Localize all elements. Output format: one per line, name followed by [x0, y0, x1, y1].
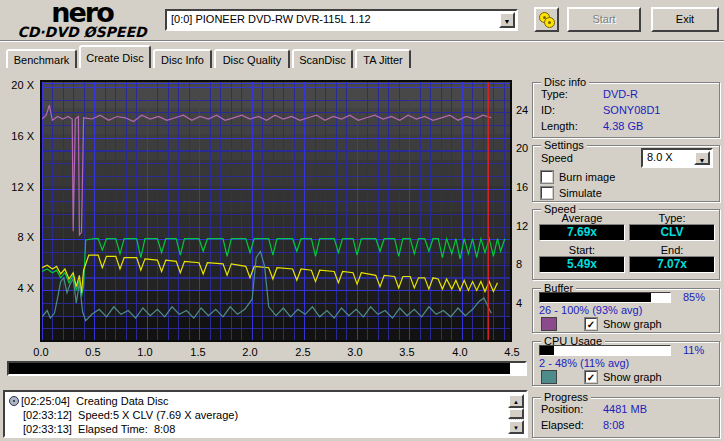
- end-speed-lcd: 7.07x: [629, 256, 715, 273]
- log-text: Elapsed Time: 8:08: [78, 423, 175, 435]
- end-label: End:: [629, 244, 715, 256]
- tab-create-disc[interactable]: Create Disc: [79, 45, 151, 68]
- log-text: Creating Data Disc: [76, 395, 168, 407]
- toolbar-divider: [0, 40, 724, 42]
- elapsed-value: 8:08: [603, 419, 624, 431]
- log-timestamp: [02:25:04]: [21, 394, 70, 408]
- y-axis-tick-left: 20 X: [0, 79, 34, 91]
- buffer-group: Buffer 85% 26 - 100% (93% avg) ✓ Show gr…: [532, 288, 720, 333]
- disc-type-label: Type:: [541, 88, 568, 100]
- start-label: Start:: [539, 244, 625, 256]
- write-progress-fill: [9, 363, 510, 374]
- cpu-usage-group: CPU Usage 11% 2 - 48% (11% avg) ✓ Show g…: [532, 341, 720, 386]
- position-label: Position:: [541, 403, 583, 415]
- series-write-speed: [42, 239, 505, 297]
- start-speed-lcd: 5.49x: [539, 256, 625, 273]
- disc-id-label: ID:: [541, 104, 555, 116]
- log-text: Speed:5 X CLV (7.69 X average): [78, 409, 238, 421]
- tab-ta-jitter[interactable]: TA Jitter: [355, 49, 411, 68]
- cpu-show-graph-checkbox[interactable]: ✓: [585, 371, 597, 383]
- cpu-range: 2 - 48% (11% avg): [539, 357, 629, 369]
- log-line: [02:25:04] Creating Data Disc: [9, 394, 506, 408]
- exit-button[interactable]: Exit: [651, 7, 719, 32]
- log-scrollbar[interactable]: ▲ ▼: [508, 394, 524, 434]
- disc-info-group: Disc info Type: DVD-R ID: SONY08D1 Lengt…: [532, 82, 720, 138]
- simulate-checkbox[interactable]: [541, 187, 553, 199]
- cpu-color-swatch: [541, 370, 557, 384]
- discs-button[interactable]: [534, 7, 559, 32]
- burn-image-checkbox[interactable]: [541, 171, 553, 183]
- disc-id-value: SONY08D1: [603, 104, 660, 116]
- disc-icon: [544, 17, 555, 28]
- speed-label: Speed: [541, 152, 573, 164]
- y-axis-tick-left: 4 X: [0, 282, 34, 294]
- buffer-meter: [539, 292, 671, 303]
- x-axis-tick: 0.0: [27, 346, 55, 358]
- elapsed-label: Elapsed:: [541, 419, 584, 431]
- buffer-percent: 85%: [683, 291, 705, 303]
- buffer-color-swatch: [541, 317, 557, 331]
- log-line: [02:33:13] Elapsed Time: 8:08: [9, 422, 506, 436]
- x-axis-tick: 2.0: [236, 346, 264, 358]
- speed-select-value: 8.0 X: [647, 151, 673, 163]
- x-axis-tick: 4.5: [498, 346, 526, 358]
- y-axis-tick-left: 12 X: [0, 181, 34, 193]
- speed-select[interactable]: 8.0 X ▼: [641, 148, 713, 168]
- series-cpu-usage: [42, 251, 491, 320]
- disc-length-value: 4.38 GB: [603, 120, 643, 132]
- burn-speed-graph: [40, 80, 512, 342]
- start-button[interactable]: Start: [567, 7, 641, 32]
- scroll-down-icon[interactable]: ▼: [508, 420, 524, 434]
- average-label: Average: [539, 212, 625, 224]
- burn-image-label: Burn image: [559, 171, 615, 183]
- cpu-show-graph-label: Show graph: [603, 371, 662, 383]
- drive-select[interactable]: [0:0] PIONEER DVD-RW DVR-115L 1.12 ▼: [165, 9, 518, 31]
- x-axis-tick: 3.5: [393, 346, 421, 358]
- settings-group: Settings Speed 8.0 X ▼ Burn image Simula…: [532, 145, 720, 202]
- chevron-down-icon[interactable]: ▼: [694, 151, 710, 165]
- log-line: [02:33:12] Speed:5 X CLV (7.69 X average…: [9, 408, 506, 422]
- nero-logo-text: nero: [6, 1, 158, 25]
- disc-type-value: DVD-R: [603, 88, 638, 100]
- disc-icon: [9, 396, 19, 406]
- graph-series: [42, 82, 510, 340]
- cpu-percent: 11%: [683, 344, 704, 356]
- scroll-up-icon[interactable]: ▲: [508, 394, 524, 408]
- y-axis-tick-left: 16 X: [0, 130, 34, 142]
- log-timestamp: [02:33:13]: [23, 422, 72, 436]
- speed-type-lcd: CLV: [629, 224, 715, 241]
- simulate-label: Simulate: [559, 187, 602, 199]
- tab-disc-quality[interactable]: Disc Quality: [214, 49, 290, 68]
- progress-group: Progress Position: 4481 MB Elapsed: 8:08: [532, 397, 720, 438]
- status-log[interactable]: [02:25:04] Creating Data Disc [02:33:12]…: [3, 390, 528, 438]
- nero-logo: nero CD·DVD ØSPEED: [6, 1, 158, 39]
- type-label: Type:: [629, 212, 715, 224]
- x-axis-tick: 1.0: [131, 346, 159, 358]
- log-timestamp: [02:33:12]: [23, 408, 72, 422]
- position-value: 4481 MB: [603, 403, 647, 415]
- x-axis-tick: 0.5: [79, 346, 107, 358]
- chevron-down-icon[interactable]: ▼: [499, 12, 515, 28]
- scrollbar-thumb[interactable]: [508, 408, 524, 419]
- buffer-meter-fill: [540, 293, 651, 302]
- tab-scandisc[interactable]: ScanDisc: [292, 49, 353, 68]
- x-axis-tick: 1.5: [184, 346, 212, 358]
- disc-length-label: Length:: [541, 120, 578, 132]
- buffer-show-graph-checkbox[interactable]: ✓: [585, 318, 597, 330]
- tab-disc-info[interactable]: Disc Info: [153, 49, 212, 68]
- speed-group: Speed Average Type: 7.69x CLV Start: End…: [532, 209, 720, 280]
- average-speed-lcd: 7.69x: [539, 224, 625, 241]
- cdspeed-logo-text: CD·DVD ØSPEED: [6, 25, 158, 39]
- x-axis-tick: 4.0: [446, 346, 474, 358]
- write-progress-bar: [7, 361, 527, 376]
- tab-benchmark[interactable]: Benchmark: [6, 49, 77, 68]
- x-axis-tick: 2.5: [289, 346, 317, 358]
- drive-select-value: [0:0] PIONEER DVD-RW DVR-115L 1.12: [171, 13, 496, 25]
- y-axis-tick-left: 8 X: [0, 231, 34, 243]
- series-requested-speed: [42, 255, 498, 293]
- cpu-meter-fill: [540, 346, 554, 355]
- series-buffer: [42, 105, 491, 235]
- buffer-show-graph-label: Show graph: [603, 318, 662, 330]
- cpu-meter: [539, 345, 671, 356]
- x-axis-tick: 3.0: [341, 346, 369, 358]
